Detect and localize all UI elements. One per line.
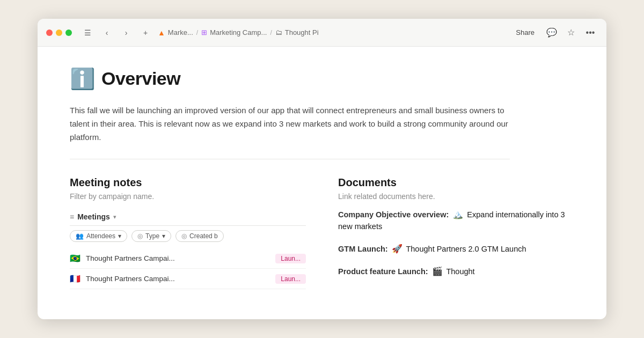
doc-emoji-2: 🎬	[432, 267, 443, 276]
breadcrumb-item-marke[interactable]: ▲ Marke...	[158, 28, 193, 37]
comment-button[interactable]: 💬	[544, 25, 559, 40]
minimize-button[interactable]	[56, 30, 62, 36]
header-actions: Share 💬 ☆ •••	[510, 25, 598, 40]
flag-brazil: 🇧🇷	[70, 253, 80, 263]
meetings-dropdown-icon[interactable]: ▾	[113, 214, 116, 221]
page-description: This fall we will be launching an improv…	[70, 104, 510, 159]
share-label: Share	[516, 28, 535, 36]
meetings-list-icon: ≡	[70, 212, 74, 221]
marketing-icon: ⊞	[201, 28, 207, 36]
doc-item-0: Company Objective overview: 🏔️ Expand in…	[338, 208, 574, 233]
flag-france: 🇫🇷	[70, 274, 80, 284]
meetings-header: ≡ Meetings ▾	[70, 208, 306, 226]
filter-attendees[interactable]: 👥 Attendees ▾	[70, 230, 127, 242]
breadcrumb-item-marketing[interactable]: ⊞ Marketing Camp...	[201, 28, 267, 36]
created-icon: ◎	[181, 232, 187, 240]
filter-type[interactable]: ◎ Type ▾	[131, 230, 171, 242]
filter-created[interactable]: ◎ Created b	[175, 230, 224, 242]
back-button[interactable]: ‹	[100, 26, 114, 40]
type-chevron-icon: ▾	[162, 232, 165, 240]
favorite-button[interactable]: ☆	[564, 25, 579, 40]
new-page-button[interactable]: +	[138, 26, 152, 40]
documents-section: Documents Link related documents here. C…	[338, 177, 574, 289]
filter-created-label: Created b	[189, 232, 218, 240]
table-row[interactable]: 🇫🇷 Thought Partners Campai... Laun...	[70, 269, 306, 289]
documents-subtitle: Link related documents here.	[338, 192, 574, 201]
two-column-layout: Meeting notes Filter by campaign name. ≡…	[70, 177, 574, 289]
doc-item-2: Product feature Launch: 🎬 Thought	[338, 265, 574, 278]
page-content: ℹ️ Overview This fall we will be launchi…	[38, 47, 606, 319]
meeting-notes-section: Meeting notes Filter by campaign name. ≡…	[70, 177, 306, 289]
meetings-label: Meetings	[77, 212, 110, 221]
share-button[interactable]: Share	[510, 26, 540, 39]
breadcrumb-label-thought: Thought Pi	[285, 28, 319, 36]
doc-link-2[interactable]: Thought	[446, 267, 474, 276]
doc-link-1[interactable]: Thought Partners 2.0 GTM Launch	[406, 245, 526, 253]
page-title: Overview	[101, 68, 180, 89]
attendees-icon: 👥	[76, 232, 84, 240]
doc-title-2: Product feature Launch: 🎬 Thought	[338, 265, 574, 278]
doc-title-0: Company Objective overview: 🏔️ Expand in…	[338, 208, 574, 233]
filter-row: 👥 Attendees ▾ ◎ Type ▾ ◎ Created b	[70, 230, 306, 242]
type-icon: ◎	[137, 232, 143, 240]
traffic-lights	[46, 30, 72, 36]
breadcrumb-label-marke: Marke...	[168, 28, 193, 36]
row-name-0: Thought Partners Campai...	[86, 254, 270, 262]
meeting-notes-title: Meeting notes	[70, 177, 306, 189]
maximize-button[interactable]	[65, 30, 72, 36]
more-icon: •••	[586, 28, 595, 38]
documents-title: Documents	[338, 177, 574, 189]
doc-prefix-0: Company Objective overview:	[338, 210, 449, 219]
breadcrumb-sep-1: /	[196, 29, 198, 36]
breadcrumb-label-marketing: Marketing Camp...	[210, 28, 267, 36]
more-button[interactable]: •••	[583, 25, 598, 40]
title-bar: ☰ ‹ › + ▲ Marke... / ⊞ Marketing Camp...…	[38, 19, 606, 47]
meeting-notes-subtitle: Filter by campaign name.	[70, 192, 306, 201]
sidebar-toggle-button[interactable]: ☰	[80, 26, 94, 40]
close-button[interactable]	[46, 30, 53, 36]
thought-icon: 🗂	[275, 28, 282, 36]
doc-item-1: GTM Launch: 🚀 Thought Partners 2.0 GTM L…	[338, 243, 574, 255]
table-row[interactable]: 🇧🇷 Thought Partners Campai... Laun...	[70, 248, 306, 269]
browser-window: ☰ ‹ › + ▲ Marke... / ⊞ Marketing Camp...…	[38, 19, 606, 319]
breadcrumb-item-thought[interactable]: 🗂 Thought Pi	[275, 28, 319, 36]
row-badge-1: Laun...	[275, 274, 306, 284]
marke-icon: ▲	[158, 28, 165, 37]
page-title-row: ℹ️ Overview	[70, 68, 574, 89]
doc-title-1: GTM Launch: 🚀 Thought Partners 2.0 GTM L…	[338, 243, 574, 255]
breadcrumb: ▲ Marke... / ⊞ Marketing Camp... / 🗂 Tho…	[158, 28, 505, 37]
attendees-chevron-icon: ▾	[118, 232, 121, 240]
doc-prefix-1: GTM Launch:	[338, 245, 388, 253]
filter-attendees-label: Attendees	[86, 232, 115, 240]
doc-emoji-0: 🏔️	[452, 210, 463, 219]
doc-prefix-2: Product feature Launch:	[338, 267, 428, 276]
row-name-1: Thought Partners Campai...	[86, 275, 270, 283]
row-badge-0: Laun...	[275, 254, 306, 263]
doc-emoji-1: 🚀	[392, 244, 402, 253]
filter-type-label: Type	[145, 232, 159, 240]
breadcrumb-sep-2: /	[270, 29, 272, 36]
forward-button[interactable]: ›	[119, 26, 133, 40]
page-emoji: ℹ️	[70, 69, 95, 89]
